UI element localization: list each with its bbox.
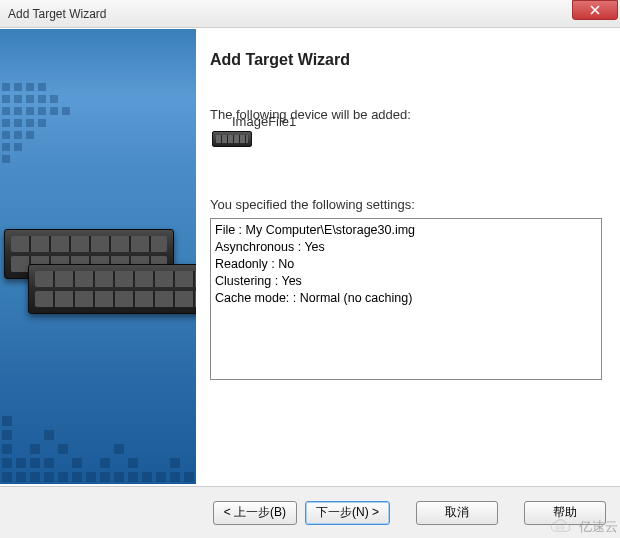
close-button[interactable]	[572, 0, 618, 20]
titlebar: Add Target Wizard	[0, 0, 620, 28]
settings-intro-text: You specified the following settings:	[210, 197, 602, 212]
server-mini-icon	[212, 131, 252, 147]
decorative-squares-bottom	[0, 344, 196, 484]
page-title: Add Target Wizard	[210, 51, 602, 69]
next-button[interactable]: 下一步(N) >	[305, 501, 390, 525]
window-title: Add Target Wizard	[8, 7, 107, 21]
decorative-squares-top	[0, 83, 196, 243]
cancel-button[interactable]: 取消	[416, 501, 498, 525]
wizard-sidebar-banner	[0, 29, 196, 484]
settings-textarea[interactable]	[210, 218, 602, 380]
back-button[interactable]: < 上一步(B)	[213, 501, 297, 525]
device-row: ImageFile1	[210, 140, 602, 147]
wizard-button-bar: < 上一步(B) 下一步(N) > 取消 帮助	[0, 486, 620, 538]
device-name-label: ImageFile1	[232, 114, 296, 129]
wizard-main-panel: Add Target Wizard The following device w…	[196, 29, 620, 484]
content-area: Add Target Wizard The following device w…	[0, 28, 620, 484]
server-rack-icon	[28, 264, 196, 314]
help-button[interactable]: 帮助	[524, 501, 606, 525]
close-icon	[590, 1, 600, 19]
